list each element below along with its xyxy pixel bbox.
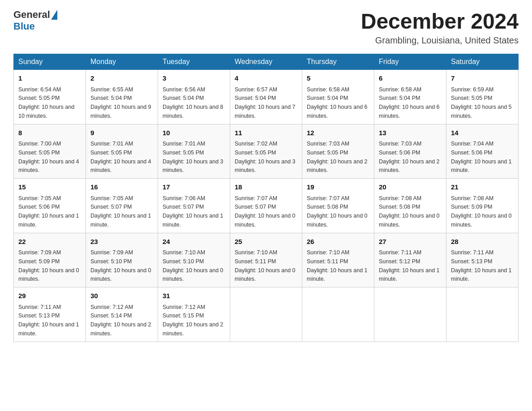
day-number: 27 <box>379 237 442 247</box>
day-number: 30 <box>90 291 153 301</box>
calendar-cell <box>446 287 519 342</box>
calendar-cell: 11 Sunrise: 7:02 AMSunset: 5:05 PMDaylig… <box>230 124 302 179</box>
day-number: 14 <box>451 128 514 138</box>
calendar-cell: 16 Sunrise: 7:05 AMSunset: 5:07 PMDaylig… <box>86 179 158 233</box>
day-number: 2 <box>90 73 153 84</box>
weekday-header-monday: Monday <box>86 54 158 70</box>
day-info: Sunrise: 7:03 AMSunset: 5:05 PMDaylight:… <box>307 141 368 173</box>
day-info: Sunrise: 7:07 AMSunset: 5:08 PMDaylight:… <box>307 195 368 228</box>
day-number: 20 <box>379 182 442 193</box>
day-info: Sunrise: 6:58 AMSunset: 5:04 PMDaylight:… <box>379 86 440 119</box>
logo-triangle-icon <box>51 10 57 20</box>
day-info: Sunrise: 6:55 AMSunset: 5:04 PMDaylight:… <box>90 86 151 119</box>
day-number: 24 <box>163 237 225 247</box>
day-number: 26 <box>307 237 369 247</box>
day-number: 8 <box>18 128 81 138</box>
calendar-table: SundayMondayTuesdayWednesdayThursdayFrid… <box>13 54 519 342</box>
calendar-cell: 6 Sunrise: 6:58 AMSunset: 5:04 PMDayligh… <box>374 70 446 124</box>
calendar-cell: 2 Sunrise: 6:55 AMSunset: 5:04 PMDayligh… <box>86 70 158 124</box>
day-number: 15 <box>18 182 81 193</box>
day-info: Sunrise: 7:03 AMSunset: 5:06 PMDaylight:… <box>379 141 440 173</box>
calendar-cell: 27 Sunrise: 7:11 AMSunset: 5:12 PMDaylig… <box>374 233 446 287</box>
week-row-2: 8 Sunrise: 7:00 AMSunset: 5:05 PMDayligh… <box>14 124 519 179</box>
day-number: 23 <box>90 237 153 247</box>
day-number: 11 <box>235 128 297 138</box>
calendar-cell: 15 Sunrise: 7:05 AMSunset: 5:06 PMDaylig… <box>14 179 86 233</box>
day-number: 21 <box>451 182 514 193</box>
day-info: Sunrise: 7:08 AMSunset: 5:08 PMDaylight:… <box>379 195 440 228</box>
page-header: General Blue December 2024 Grambling, Lo… <box>13 9 519 46</box>
day-number: 10 <box>163 128 225 138</box>
day-info: Sunrise: 7:00 AMSunset: 5:05 PMDaylight:… <box>18 141 79 173</box>
day-info: Sunrise: 7:09 AMSunset: 5:10 PMDaylight:… <box>90 249 151 282</box>
day-info: Sunrise: 7:02 AMSunset: 5:05 PMDaylight:… <box>235 141 296 173</box>
calendar-cell: 21 Sunrise: 7:08 AMSunset: 5:09 PMDaylig… <box>446 179 519 233</box>
day-number: 31 <box>163 291 225 301</box>
weekday-header-saturday: Saturday <box>446 54 519 70</box>
day-info: Sunrise: 7:11 AMSunset: 5:12 PMDaylight:… <box>379 249 440 282</box>
day-info: Sunrise: 7:06 AMSunset: 5:07 PMDaylight:… <box>163 195 223 228</box>
day-info: Sunrise: 7:11 AMSunset: 5:13 PMDaylight:… <box>451 249 512 282</box>
weekday-header-friday: Friday <box>374 54 446 70</box>
calendar-cell: 19 Sunrise: 7:07 AMSunset: 5:08 PMDaylig… <box>302 179 374 233</box>
day-number: 25 <box>235 237 297 247</box>
calendar-cell: 9 Sunrise: 7:01 AMSunset: 5:05 PMDayligh… <box>86 124 158 179</box>
calendar-cell: 29 Sunrise: 7:11 AMSunset: 5:13 PMDaylig… <box>14 287 86 342</box>
day-info: Sunrise: 7:05 AMSunset: 5:06 PMDaylight:… <box>18 195 79 228</box>
calendar-cell: 12 Sunrise: 7:03 AMSunset: 5:05 PMDaylig… <box>302 124 374 179</box>
weekday-header-row: SundayMondayTuesdayWednesdayThursdayFrid… <box>14 54 519 70</box>
day-number: 9 <box>90 128 153 138</box>
calendar-cell: 14 Sunrise: 7:04 AMSunset: 5:06 PMDaylig… <box>446 124 519 179</box>
day-number: 17 <box>163 182 225 193</box>
weekday-header-sunday: Sunday <box>14 54 86 70</box>
week-row-1: 1 Sunrise: 6:54 AMSunset: 5:05 PMDayligh… <box>14 70 519 124</box>
day-info: Sunrise: 6:58 AMSunset: 5:04 PMDaylight:… <box>307 86 368 119</box>
calendar-cell: 13 Sunrise: 7:03 AMSunset: 5:06 PMDaylig… <box>374 124 446 179</box>
logo-general-text: General <box>13 9 50 21</box>
day-info: Sunrise: 7:12 AMSunset: 5:14 PMDaylight:… <box>90 304 151 337</box>
calendar-cell: 18 Sunrise: 7:07 AMSunset: 5:07 PMDaylig… <box>230 179 302 233</box>
calendar-cell: 3 Sunrise: 6:56 AMSunset: 5:04 PMDayligh… <box>158 70 230 124</box>
calendar-cell: 20 Sunrise: 7:08 AMSunset: 5:08 PMDaylig… <box>374 179 446 233</box>
day-number: 3 <box>163 73 225 84</box>
week-row-3: 15 Sunrise: 7:05 AMSunset: 5:06 PMDaylig… <box>14 179 519 233</box>
calendar-cell: 26 Sunrise: 7:10 AMSunset: 5:11 PMDaylig… <box>302 233 374 287</box>
day-info: Sunrise: 7:05 AMSunset: 5:07 PMDaylight:… <box>90 195 151 228</box>
calendar-cell: 8 Sunrise: 7:00 AMSunset: 5:05 PMDayligh… <box>14 124 86 179</box>
logo-blue-text: Blue <box>13 21 35 32</box>
day-number: 5 <box>307 73 369 84</box>
day-number: 12 <box>307 128 369 138</box>
day-info: Sunrise: 6:56 AMSunset: 5:04 PMDaylight:… <box>163 86 223 119</box>
calendar-cell: 31 Sunrise: 7:12 AMSunset: 5:15 PMDaylig… <box>158 287 230 342</box>
day-info: Sunrise: 7:09 AMSunset: 5:09 PMDaylight:… <box>18 249 79 282</box>
day-info: Sunrise: 7:10 AMSunset: 5:11 PMDaylight:… <box>235 249 296 282</box>
calendar-cell: 24 Sunrise: 7:10 AMSunset: 5:10 PMDaylig… <box>158 233 230 287</box>
calendar-cell: 1 Sunrise: 6:54 AMSunset: 5:05 PMDayligh… <box>14 70 86 124</box>
logo: General Blue <box>13 9 57 32</box>
day-info: Sunrise: 7:10 AMSunset: 5:11 PMDaylight:… <box>307 249 368 282</box>
day-number: 13 <box>379 128 442 138</box>
calendar-cell <box>374 287 446 342</box>
calendar-cell <box>302 287 374 342</box>
day-number: 19 <box>307 182 369 193</box>
day-number: 18 <box>235 182 297 193</box>
calendar-cell: 10 Sunrise: 7:01 AMSunset: 5:05 PMDaylig… <box>158 124 230 179</box>
weekday-header-wednesday: Wednesday <box>230 54 302 70</box>
weekday-header-tuesday: Tuesday <box>158 54 230 70</box>
day-number: 4 <box>235 73 297 84</box>
day-info: Sunrise: 7:01 AMSunset: 5:05 PMDaylight:… <box>163 141 223 173</box>
day-number: 22 <box>18 237 81 247</box>
month-year-title: December 2024 <box>361 9 519 34</box>
title-area: December 2024 Grambling, Louisiana, Unit… <box>361 9 519 46</box>
day-number: 6 <box>379 73 442 84</box>
calendar-cell: 5 Sunrise: 6:58 AMSunset: 5:04 PMDayligh… <box>302 70 374 124</box>
calendar-cell: 17 Sunrise: 7:06 AMSunset: 5:07 PMDaylig… <box>158 179 230 233</box>
day-info: Sunrise: 7:11 AMSunset: 5:13 PMDaylight:… <box>18 304 79 337</box>
calendar-cell: 28 Sunrise: 7:11 AMSunset: 5:13 PMDaylig… <box>446 233 519 287</box>
week-row-5: 29 Sunrise: 7:11 AMSunset: 5:13 PMDaylig… <box>14 287 519 342</box>
day-info: Sunrise: 7:01 AMSunset: 5:05 PMDaylight:… <box>90 141 151 173</box>
day-info: Sunrise: 7:04 AMSunset: 5:06 PMDaylight:… <box>451 141 512 173</box>
day-info: Sunrise: 7:07 AMSunset: 5:07 PMDaylight:… <box>235 195 296 228</box>
weekday-header-thursday: Thursday <box>302 54 374 70</box>
week-row-4: 22 Sunrise: 7:09 AMSunset: 5:09 PMDaylig… <box>14 233 519 287</box>
